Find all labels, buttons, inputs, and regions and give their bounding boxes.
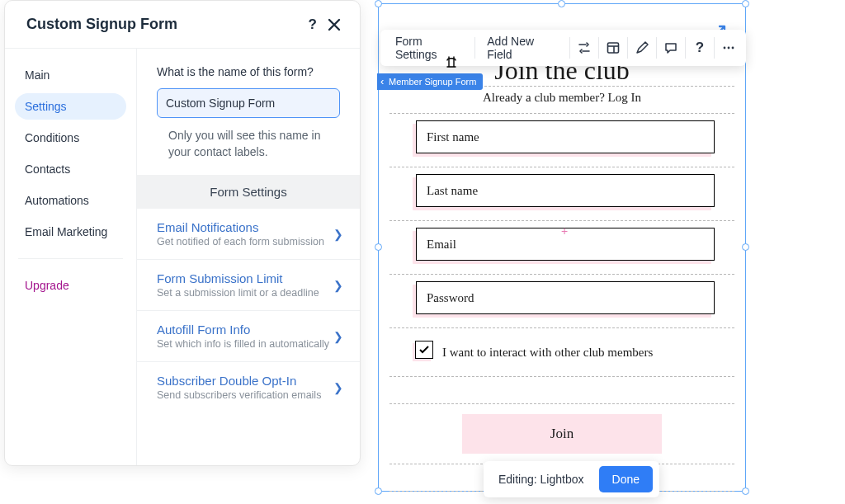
nav-upgrade[interactable]: Upgrade — [15, 272, 126, 299]
setting-email-notifications[interactable]: Email Notifications Get notified of each… — [137, 209, 360, 260]
nav-automations[interactable]: Automations — [15, 187, 126, 214]
resize-handle[interactable] — [375, 0, 382, 7]
setting-sub: Send subscribers verification emails — [157, 389, 321, 401]
done-button[interactable]: Done — [599, 466, 653, 492]
settings-toggle-icon[interactable] — [570, 30, 598, 66]
close-icon[interactable] — [327, 17, 342, 32]
panel-header-actions: ? — [309, 16, 342, 33]
side-nav: Main Settings Conditions Contacts Automa… — [5, 49, 137, 465]
nav-main[interactable]: Main — [15, 62, 126, 88]
breadcrumb[interactable]: Member Signup Form — [377, 73, 483, 90]
setting-title: Autofill Form Info — [157, 323, 329, 337]
chevron-right-icon: ❯ — [333, 279, 343, 292]
resize-handle[interactable] — [375, 243, 382, 251]
nav-divider — [18, 258, 123, 259]
nav-contacts[interactable]: Contacts — [15, 156, 126, 182]
svg-point-3 — [724, 47, 726, 49]
interact-checkbox[interactable] — [413, 343, 431, 361]
toolbar-form-settings[interactable]: Form Settings — [384, 30, 474, 66]
setting-title: Form Submission Limit — [157, 271, 319, 285]
setting-sub: Set a submission limit or a deadline — [157, 287, 319, 299]
svg-point-4 — [728, 47, 730, 49]
canvas[interactable]: Form Settings Add New Field ? Member Sig… — [378, 3, 746, 492]
last-name-field[interactable]: Last name — [413, 177, 711, 210]
check-icon — [418, 344, 430, 356]
field-label: Password — [427, 291, 474, 305]
setting-title: Subscriber Double Opt-In — [157, 374, 321, 388]
resize-handle[interactable] — [742, 488, 749, 495]
toolbar-add-new-field[interactable]: Add New Field — [475, 30, 569, 66]
more-icon[interactable] — [715, 30, 743, 66]
panel-header: Custom Signup Form ? — [5, 1, 360, 48]
svg-rect-0 — [608, 43, 619, 53]
settings-content: What is the name of this form? Only you … — [137, 49, 360, 465]
form-settings-section-header: Form Settings — [137, 175, 360, 209]
design-icon[interactable] — [628, 30, 656, 66]
comment-icon[interactable] — [657, 30, 685, 66]
setting-double-opt-in[interactable]: Subscriber Double Opt-In Send subscriber… — [137, 362, 360, 412]
help-icon[interactable]: ? — [309, 16, 317, 33]
editing-label: Editing: Lightbox — [498, 473, 584, 486]
join-button[interactable]: Join — [462, 414, 662, 454]
form-name-hint: Only you will see this name in your cont… — [157, 128, 340, 160]
chevron-right-icon: ❯ — [333, 330, 343, 343]
floating-toolbar: Form Settings Add New Field ? — [380, 30, 746, 66]
chevron-right-icon: ❯ — [333, 228, 343, 241]
resize-handle[interactable] — [375, 488, 382, 495]
setting-submission-limit[interactable]: Form Submission Limit Set a submission l… — [137, 260, 360, 311]
password-field[interactable]: Password — [413, 285, 711, 318]
field-label: First name — [427, 130, 479, 144]
setting-title: Email Notifications — [157, 220, 324, 234]
join-label: Join — [550, 426, 574, 441]
svg-point-5 — [732, 47, 734, 49]
help-icon[interactable]: ? — [686, 30, 714, 66]
form-preview: Join the club Already a club member? Log… — [389, 53, 734, 467]
resize-handle[interactable] — [742, 243, 749, 251]
settings-panel: Custom Signup Form ? Main Settings Condi… — [4, 0, 361, 466]
resize-handle[interactable] — [558, 0, 565, 7]
field-label: Last name — [427, 184, 478, 198]
first-name-field[interactable]: First name — [413, 124, 711, 157]
setting-autofill[interactable]: Autofill Form Info Set which info is fil… — [137, 311, 360, 362]
form-name-input[interactable] — [157, 88, 340, 118]
checkbox-label: I want to interact with other club membe… — [442, 346, 653, 360]
nav-conditions[interactable]: Conditions — [15, 125, 126, 151]
chevron-right-icon: ❯ — [333, 381, 343, 394]
editing-bar: Editing: Lightbox Done — [484, 461, 659, 497]
panel-title: Custom Signup Form — [26, 16, 177, 33]
form-name-label: What is the name of this form? — [157, 65, 340, 78]
setting-sub: Set which info is filled in automaticall… — [157, 338, 329, 350]
setting-sub: Get notified of each form submission — [157, 236, 324, 247]
nav-email-marketing[interactable]: Email Marketing — [15, 219, 126, 245]
nav-settings[interactable]: Settings — [15, 93, 126, 120]
email-field[interactable]: Email — [413, 231, 711, 264]
field-label: Email — [427, 238, 456, 252]
layout-icon[interactable] — [599, 30, 627, 66]
form-subtitle[interactable]: Already a club member? Log In — [483, 91, 641, 104]
resize-handle[interactable] — [742, 0, 749, 7]
